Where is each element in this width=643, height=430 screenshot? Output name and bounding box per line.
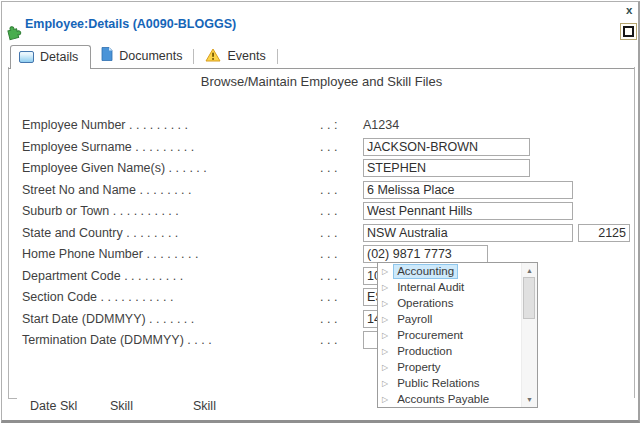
field-row-suburb: Suburb or Town . . . . . . . . . . . . .	[22, 202, 634, 222]
dropdown-item[interactable]: ▷ Internal Audit	[378, 280, 521, 296]
dot-leader: . . . . . . .	[146, 312, 195, 326]
field-row-department: Department Code . . . . . . . . . . . .	[22, 267, 634, 287]
scroll-up-icon[interactable]: ▲	[522, 263, 537, 278]
dropdown-item-label: Public Relations	[393, 376, 483, 391]
maximize-icon	[623, 26, 634, 37]
field-row-employee-number: Employee Number . . . . . . . . . . . : …	[22, 116, 634, 136]
details-panel-icon	[19, 51, 34, 63]
expand-arrow-icon: ▷	[382, 299, 388, 308]
department-dropdown: ▷ Accounting ▷ Internal Audit ▷ Operatio…	[377, 262, 538, 408]
column-header-skill-2: Skill	[193, 399, 216, 413]
dropdown-item-label: Accounting	[393, 264, 458, 279]
field-label: Termination Date (DDMMYY)	[22, 333, 184, 347]
scrollbar-thumb[interactable]	[523, 277, 535, 319]
dropdown-item[interactable]: ▷ Accounting	[378, 264, 521, 280]
dropdown-item-label: Operations	[393, 296, 457, 311]
dot-leader: . . . . . . . . .	[126, 118, 189, 132]
suburb-input[interactable]	[363, 202, 573, 220]
dot-leader: . . . . . . . . .	[121, 269, 184, 283]
dot-separator: . . :	[320, 118, 337, 132]
field-label: State and Country	[22, 226, 123, 240]
expand-arrow-icon: ▷	[382, 395, 388, 404]
home-phone-input[interactable]	[363, 245, 488, 263]
column-header-skill-1: Skill	[110, 399, 133, 413]
field-row-phone: Home Phone Number . . . . . . . . . . .	[22, 245, 634, 265]
tab-separator	[277, 49, 278, 64]
page-title: Browse/Maintain Employee and Skill Files	[0, 74, 643, 89]
column-header-date-skl: Date Skl	[30, 399, 77, 413]
field-row-surname: Employee Surname . . . . . . . . . . . .	[22, 138, 634, 158]
dropdown-item-label: Production	[393, 344, 456, 359]
document-icon	[101, 47, 113, 65]
dot-separator: . . .	[320, 183, 337, 197]
dot-separator: . . .	[320, 333, 337, 347]
state-country-input[interactable]	[363, 224, 573, 242]
dropdown-item[interactable]: ▷ Operations	[378, 296, 521, 312]
dropdown-item[interactable]: ▷ Property	[378, 359, 521, 375]
maximize-button[interactable]	[620, 23, 637, 40]
dot-leader: . . . . . . . .	[143, 247, 199, 261]
expand-arrow-icon: ▷	[382, 267, 388, 276]
dropdown-item-label: Property	[393, 360, 444, 375]
tab-documents[interactable]: Documents	[91, 46, 192, 68]
field-label: Suburb or Town	[22, 204, 109, 218]
employee-number-value: A1234	[363, 118, 399, 132]
tab-bar: Details Documents Events	[8, 46, 634, 69]
field-row-state-country: State and Country . . . . . . . . . . .	[22, 224, 634, 244]
field-label: Employee Number	[22, 118, 126, 132]
field-row-start-date: Start Date (DDMMYY) . . . . . . . . . .	[22, 310, 634, 330]
dot-leader: . . . . . . . .	[123, 226, 179, 240]
dot-separator: . . .	[320, 140, 337, 154]
expand-arrow-icon: ▷	[382, 315, 388, 324]
expand-arrow-icon: ▷	[382, 379, 388, 388]
dot-leader: . . . . . .	[165, 161, 207, 175]
puzzle-icon	[5, 23, 22, 40]
tab-details[interactable]: Details	[10, 45, 91, 69]
field-label: Employee Given Name(s)	[22, 161, 165, 175]
street-input[interactable]	[363, 181, 573, 199]
given-names-input[interactable]	[363, 159, 530, 177]
tab-events-label: Events	[227, 49, 265, 63]
postcode-input[interactable]	[578, 224, 630, 242]
field-label: Department Code	[22, 269, 121, 283]
tab-details-label: Details	[40, 50, 78, 64]
dropdown-item-label: Procurement	[393, 328, 467, 343]
warning-icon	[205, 48, 221, 65]
field-label: Section Code	[22, 290, 97, 304]
dropdown-item[interactable]: ▷ Production	[378, 343, 521, 359]
dot-leader: . . . . . . . .	[136, 183, 192, 197]
field-row-section: Section Code . . . . . . . . . . . . . .	[22, 288, 634, 308]
employee-details-window: Employee:Details (A0090-BLOGGS) x Detail…	[0, 0, 643, 430]
dropdown-item[interactable]: ▷ Payroll	[378, 312, 521, 328]
tab-events[interactable]: Events	[195, 46, 275, 68]
dropdown-item[interactable]: ▷ Public Relations	[378, 375, 521, 391]
expand-arrow-icon: ▷	[382, 363, 388, 372]
field-label: Home Phone Number	[22, 247, 143, 261]
window-title: Employee:Details (A0090-BLOGGS)	[25, 17, 236, 31]
dropdown-item[interactable]: ▷ Accounts Payable	[378, 391, 521, 407]
dot-leader: . . . .	[184, 333, 212, 347]
dropdown-item-label: Payroll	[393, 312, 436, 327]
surname-input[interactable]	[363, 138, 530, 156]
field-label: Employee Surname	[22, 140, 132, 154]
dropdown-item[interactable]: ▷ Procurement	[378, 328, 521, 344]
close-button[interactable]: x	[623, 3, 635, 17]
dropdown-scrollbar[interactable]: ▲ ▼	[521, 263, 537, 407]
dot-separator: . . .	[320, 161, 337, 175]
dot-leader: . . . . . . . . . .	[109, 204, 178, 218]
panel-corner	[8, 398, 17, 399]
expand-arrow-icon: ▷	[382, 347, 388, 356]
field-row-termination-date: Termination Date (DDMMYY) . . . . . . .	[22, 331, 634, 351]
dot-separator: . . .	[320, 247, 337, 261]
field-label: Street No and Name	[22, 183, 136, 197]
scroll-down-icon[interactable]: ▼	[522, 392, 537, 407]
tab-documents-label: Documents	[119, 49, 182, 63]
dot-separator: . . .	[320, 290, 337, 304]
dot-separator: . . .	[320, 312, 337, 326]
dropdown-item-label: Accounts Payable	[393, 392, 493, 407]
dot-separator: . . .	[320, 226, 337, 240]
tab-separator	[193, 49, 194, 64]
dot-separator: . . .	[320, 204, 337, 218]
dot-leader: . . . . . . . . . . .	[97, 290, 173, 304]
field-row-street: Street No and Name . . . . . . . . . . .	[22, 181, 634, 201]
